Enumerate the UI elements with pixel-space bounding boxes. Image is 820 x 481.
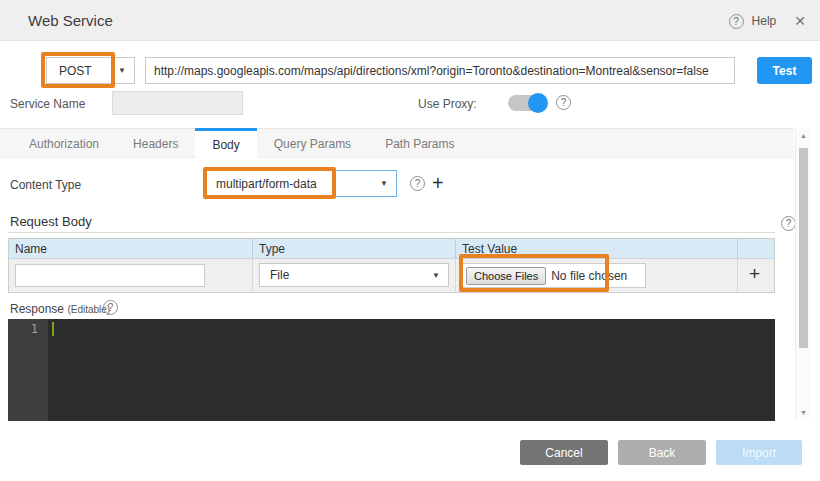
scroll-up-icon[interactable]: ▲ xyxy=(796,132,811,139)
add-row-button[interactable]: + xyxy=(749,263,760,285)
request-body-help-icon[interactable]: ? xyxy=(781,216,796,231)
http-method-select[interactable]: POST ▼ xyxy=(46,57,135,84)
use-proxy-toggle[interactable] xyxy=(508,93,548,113)
editor-code-area[interactable] xyxy=(48,319,775,421)
service-name-label: Service Name xyxy=(10,97,85,111)
page-title: Web Service xyxy=(28,12,113,29)
table-header-row: Name Type Test Value xyxy=(9,239,774,259)
scroll-down-icon[interactable]: ▼ xyxy=(796,409,811,416)
tab-query-params[interactable]: Query Params xyxy=(257,129,368,159)
request-body-table: Name Type Test Value File ▼ Choose Files… xyxy=(8,238,775,293)
service-name-input[interactable] xyxy=(112,91,243,115)
dialog-header: Web Service ? Help ✕ xyxy=(0,0,820,41)
import-button[interactable]: Import xyxy=(716,440,802,465)
column-header-name: Name xyxy=(9,239,253,258)
tab-body[interactable]: Body xyxy=(195,128,256,159)
content-type-value: multipart/form-data xyxy=(216,177,317,191)
chevron-down-icon: ▼ xyxy=(380,179,388,188)
editor-gutter: 1 xyxy=(8,319,48,421)
param-type-select[interactable]: File ▼ xyxy=(259,263,449,287)
content-type-help-icon[interactable]: ? xyxy=(410,176,425,191)
help-link[interactable]: Help xyxy=(752,14,777,28)
file-input[interactable]: Choose Files No file chosen xyxy=(461,263,646,288)
toggle-knob xyxy=(528,93,548,113)
http-method-value: POST xyxy=(59,64,92,78)
choose-files-button[interactable]: Choose Files xyxy=(466,267,546,285)
chevron-down-icon: ▼ xyxy=(118,66,126,75)
divider xyxy=(8,232,775,233)
response-label-text: Response xyxy=(10,302,64,316)
tab-headers[interactable]: Headers xyxy=(116,129,195,159)
use-proxy-label: Use Proxy: xyxy=(418,97,477,111)
text-cursor xyxy=(52,322,54,336)
back-button[interactable]: Back xyxy=(618,440,706,465)
test-button[interactable]: Test xyxy=(757,57,812,84)
add-content-type-icon[interactable]: + xyxy=(432,172,444,195)
tab-bar: Authorization Headers Body Query Params … xyxy=(0,128,794,158)
file-status-text: No file chosen xyxy=(551,269,627,283)
line-number: 1 xyxy=(8,322,48,336)
chevron-down-icon: ▼ xyxy=(432,271,440,280)
help-icon[interactable]: ? xyxy=(729,14,744,29)
column-header-actions xyxy=(738,239,774,258)
url-input[interactable] xyxy=(145,57,735,84)
param-name-input[interactable] xyxy=(15,264,205,287)
tab-path-params[interactable]: Path Params xyxy=(368,129,471,159)
column-header-test-value: Test Value xyxy=(456,239,738,258)
request-body-title: Request Body xyxy=(10,214,92,229)
response-help-icon[interactable]: ? xyxy=(103,300,118,315)
response-label: Response (Editable) xyxy=(10,302,110,316)
table-row: File ▼ Choose Files No file chosen + xyxy=(9,259,774,292)
cancel-button[interactable]: Cancel xyxy=(520,440,608,465)
response-editor[interactable]: 1 xyxy=(8,319,775,421)
param-type-value: File xyxy=(260,268,289,282)
tab-authorization[interactable]: Authorization xyxy=(12,129,116,159)
content-type-select[interactable]: multipart/form-data ▼ xyxy=(205,170,397,197)
web-service-dialog: Web Service ? Help ✕ POST ▼ Test Service… xyxy=(0,0,820,481)
close-icon[interactable]: ✕ xyxy=(794,13,806,29)
column-header-type: Type xyxy=(253,239,456,258)
scrollbar-thumb[interactable] xyxy=(799,148,808,348)
proxy-help-icon[interactable]: ? xyxy=(556,95,571,110)
vertical-scrollbar[interactable]: ▲ ▼ xyxy=(795,128,810,420)
content-type-label: Content Type xyxy=(10,178,81,192)
